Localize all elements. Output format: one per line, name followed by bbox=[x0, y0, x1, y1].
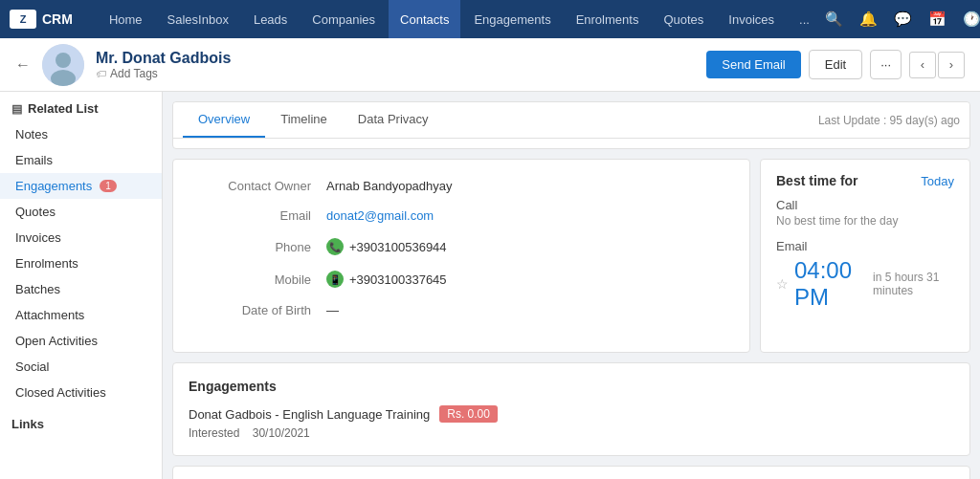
social-label: Social bbox=[15, 359, 49, 374]
nav-quotes[interactable]: Quotes bbox=[652, 0, 715, 38]
quotes-label: Quotes bbox=[15, 205, 56, 219]
navigation-arrows: ‹ › bbox=[909, 52, 965, 78]
star-icon: ☆ bbox=[776, 276, 789, 292]
sidebar-item-social[interactable]: Social bbox=[0, 354, 162, 380]
engagement-detail: Interested 30/10/2021 bbox=[189, 426, 954, 440]
top-navigation: Z CRM Home SalesInbox Leads Companies Co… bbox=[0, 0, 980, 38]
contact-header: ← Mr. Donat Gadbois 🏷 Add Tags Send Emai… bbox=[0, 38, 980, 92]
nav-contacts[interactable]: Contacts bbox=[389, 0, 460, 38]
add-tags-button[interactable]: 🏷 Add Tags bbox=[96, 67, 695, 80]
mobile-label: Mobile bbox=[196, 272, 311, 287]
enrolments-label: Enrolments bbox=[15, 256, 78, 271]
add-tags-label: Add Tags bbox=[110, 67, 158, 80]
sidebar-item-invoices[interactable]: Invoices bbox=[0, 225, 162, 250]
more-options-button[interactable]: ··· bbox=[870, 50, 902, 79]
email-time-display: ☆ 04:00 PM in 5 hours 31 minutes bbox=[776, 257, 954, 311]
contact-name: Mr. Donat Gadbois bbox=[96, 50, 695, 67]
links-header: Links bbox=[0, 405, 162, 437]
sidebar-item-engagements[interactable]: Engagements 1 bbox=[0, 173, 162, 199]
nav-engagements[interactable]: Engagements bbox=[462, 0, 562, 38]
last-update-text: Last Update : 95 day(s) ago bbox=[818, 104, 960, 137]
engagement-amount-badge: Rs. 0.00 bbox=[439, 405, 498, 423]
sidebar-item-attachments[interactable]: Attachments bbox=[0, 302, 162, 328]
contact-details-card: Contact Owner Arnab Bandyopadhyay Email … bbox=[172, 159, 750, 353]
bell-icon[interactable]: 🔔 bbox=[856, 6, 882, 33]
engagement-date: 30/10/2021 bbox=[253, 426, 310, 440]
related-list-label: Related List bbox=[28, 101, 99, 116]
closed-activities-label: Closed Activities bbox=[15, 385, 106, 400]
logo-symbol: Z bbox=[20, 13, 27, 25]
phone-label: Phone bbox=[196, 240, 311, 254]
nav-salesinbox[interactable]: SalesInbox bbox=[156, 0, 240, 38]
nav-leads[interactable]: Leads bbox=[242, 0, 299, 38]
links-label: Links bbox=[11, 417, 44, 431]
calendar-icon[interactable]: 📅 bbox=[924, 6, 951, 33]
clock-icon[interactable]: 🕐 bbox=[959, 6, 980, 33]
email-time-value: 04:00 PM bbox=[794, 257, 867, 311]
call-section: Call No best time for the day bbox=[776, 198, 954, 228]
tabs-wrapper: Overview Timeline Data Privacy Last Upda… bbox=[172, 101, 970, 149]
today-link[interactable]: Today bbox=[921, 174, 954, 188]
sidebar-item-emails[interactable]: Emails bbox=[0, 147, 162, 173]
tab-timeline[interactable]: Timeline bbox=[265, 102, 343, 138]
next-arrow-button[interactable]: › bbox=[938, 52, 965, 78]
logo[interactable]: Z CRM bbox=[10, 10, 88, 29]
hide-details-card: Hide Details Contact Information bbox=[172, 466, 970, 479]
tab-overview[interactable]: Overview bbox=[183, 102, 265, 138]
email-time-suffix: in 5 hours 31 minutes bbox=[873, 271, 954, 297]
sidebar-item-open-activities[interactable]: Open Activities bbox=[0, 328, 162, 354]
overview-grid: Contact Owner Arnab Bandyopadhyay Email … bbox=[172, 159, 970, 353]
sidebar-item-batches[interactable]: Batches bbox=[0, 276, 162, 302]
no-best-time-text: No best time for the day bbox=[776, 214, 954, 228]
sidebar-item-enrolments[interactable]: Enrolments bbox=[0, 250, 162, 276]
nav-invoices[interactable]: Invoices bbox=[717, 0, 786, 38]
email-link[interactable]: donat2@gmail.com bbox=[326, 208, 434, 223]
contact-owner-row: Contact Owner Arnab Bandyopadhyay bbox=[196, 179, 726, 193]
edit-button[interactable]: Edit bbox=[809, 50, 862, 79]
header-actions: Send Email Edit ··· ‹ › bbox=[706, 50, 965, 79]
message-icon[interactable]: 💬 bbox=[890, 6, 917, 33]
sidebar-item-notes[interactable]: Notes bbox=[0, 121, 162, 147]
crm-logo-icon: Z bbox=[10, 10, 36, 29]
nav-companies[interactable]: Companies bbox=[301, 0, 387, 38]
back-button[interactable]: ← bbox=[15, 56, 31, 74]
nav-home[interactable]: Home bbox=[98, 0, 154, 38]
nav-enrolments[interactable]: Enrolments bbox=[565, 0, 651, 38]
engagement-row: Donat Gadbois - English Language Trainin… bbox=[189, 405, 954, 423]
engagement-status: Interested bbox=[189, 426, 239, 440]
send-email-button[interactable]: Send Email bbox=[706, 51, 800, 78]
contact-info: Mr. Donat Gadbois 🏷 Add Tags bbox=[96, 50, 695, 80]
crm-label: CRM bbox=[42, 11, 73, 27]
contact-avatar bbox=[42, 44, 84, 86]
sidebar-item-quotes[interactable]: Quotes bbox=[0, 199, 162, 225]
best-time-card: Best time for Today Call No best time fo… bbox=[760, 159, 970, 353]
attachments-label: Attachments bbox=[15, 308, 84, 322]
main-layout: ▤ Related List Notes Emails Engagements … bbox=[0, 92, 980, 479]
sidebar-item-closed-activities[interactable]: Closed Activities bbox=[0, 380, 162, 405]
contact-owner-value: Arnab Bandyopadhyay bbox=[326, 179, 453, 193]
list-icon: ▤ bbox=[11, 102, 22, 116]
phone-row: Phone 📞 +3903100536944 bbox=[196, 238, 726, 255]
email-value: donat2@gmail.com bbox=[326, 208, 434, 223]
related-list-header: ▤ Related List bbox=[0, 92, 162, 121]
engagement-name: Donat Gadbois - English Language Trainin… bbox=[189, 407, 430, 422]
nav-more[interactable]: ... bbox=[788, 0, 821, 38]
open-activities-label: Open Activities bbox=[15, 334, 98, 348]
svg-point-1 bbox=[56, 53, 71, 68]
search-icon[interactable]: 🔍 bbox=[821, 6, 848, 33]
prev-arrow-button[interactable]: ‹ bbox=[909, 52, 936, 78]
phone-value: 📞 +3903100536944 bbox=[326, 238, 447, 255]
content-area: Overview Timeline Data Privacy Last Upda… bbox=[163, 92, 980, 479]
mobile-icon: 📱 bbox=[326, 271, 344, 288]
call-label: Call bbox=[776, 198, 954, 212]
invoices-label: Invoices bbox=[15, 230, 61, 245]
tab-data-privacy[interactable]: Data Privacy bbox=[343, 102, 444, 138]
best-time-title: Best time for bbox=[776, 173, 858, 188]
email-best-time-label: Email bbox=[776, 239, 954, 253]
engagements-section-title: Engagements bbox=[189, 379, 954, 394]
emails-label: Emails bbox=[15, 153, 53, 167]
mobile-number: +3903100337645 bbox=[349, 272, 447, 287]
email-best-time-section: Email ☆ 04:00 PM in 5 hours 31 minutes bbox=[776, 239, 954, 311]
mobile-row: Mobile 📱 +3903100337645 bbox=[196, 271, 726, 288]
phone-icon: 📞 bbox=[326, 238, 344, 255]
